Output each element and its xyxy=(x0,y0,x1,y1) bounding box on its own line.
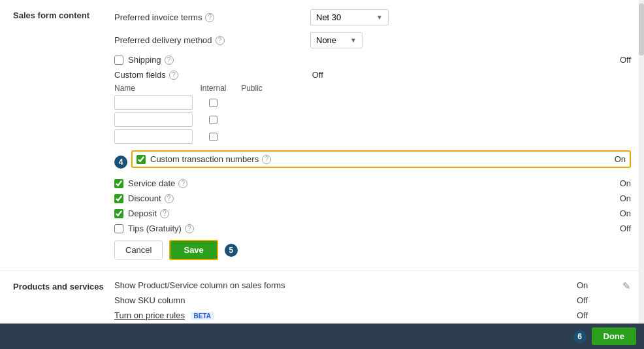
main-content: Sales form content Preferred invoice ter… xyxy=(0,0,644,349)
custom-fields-status: Off xyxy=(312,70,323,80)
service-date-status: On xyxy=(620,178,631,188)
shipping-label: Shipping xyxy=(128,55,161,65)
show-product-service-value: On xyxy=(577,280,616,290)
deposit-info-icon[interactable]: ? xyxy=(160,209,169,218)
price-rules-value: Off xyxy=(577,310,616,320)
custom-field-row-3 xyxy=(114,129,631,144)
custom-transaction-numbers-checkbox[interactable] xyxy=(137,155,146,164)
products-edit-icon[interactable]: ✎ xyxy=(622,280,631,324)
custom-transaction-numbers-wrapper: 4 Custom transaction numbers ? On xyxy=(114,150,631,173)
fields-name-header: Name xyxy=(114,84,193,93)
dropdown-arrow-icon2: ▼ xyxy=(350,37,357,44)
sales-form-content-label: Sales form content xyxy=(13,9,114,267)
shipping-info-icon[interactable]: ? xyxy=(165,56,174,65)
sales-form-content-section: Sales form content Preferred invoice ter… xyxy=(0,0,644,271)
shipping-status: Off xyxy=(620,55,631,65)
done-button[interactable]: Done xyxy=(592,327,637,345)
deposit-label: Deposit xyxy=(128,208,157,218)
custom-fields-info-icon[interactable]: ? xyxy=(169,71,178,80)
scrollbar[interactable] xyxy=(639,0,644,324)
custom-field-row-1 xyxy=(114,95,631,110)
price-rules-label: Turn on price rules xyxy=(114,310,185,320)
price-rules-row: Turn on price rules BETA Off xyxy=(114,310,616,320)
custom-field-internal-2[interactable] xyxy=(209,116,217,124)
custom-field-internal-1[interactable] xyxy=(209,99,217,107)
service-date-row: Service date ? On xyxy=(114,178,631,188)
form-buttons-row: Cancel Save 5 xyxy=(114,240,631,260)
discount-info-icon[interactable]: ? xyxy=(165,194,174,203)
scrollbar-thumb xyxy=(639,3,644,56)
discount-status: On xyxy=(620,193,631,203)
show-product-service-label: Show Product/Service column on sales for… xyxy=(114,280,577,290)
deposit-row: Deposit ? On xyxy=(114,208,631,218)
fields-header-row: Name Internal Public xyxy=(114,84,631,93)
fields-public-header: Public xyxy=(234,84,270,93)
discount-checkbox[interactable] xyxy=(114,194,123,203)
step-badge-5: 5 xyxy=(225,244,238,257)
preferred-delivery-method-info-icon[interactable]: ? xyxy=(216,36,225,45)
show-sku-value: Off xyxy=(577,295,616,305)
discount-label: Discount xyxy=(128,193,161,203)
products-and-services-section: Products and services Show Product/Servi… xyxy=(0,271,644,324)
custom-field-internal-3[interactable] xyxy=(209,133,217,141)
cancel-button[interactable]: Cancel xyxy=(114,241,163,259)
custom-fields-grid: Name Internal Public xyxy=(114,84,631,144)
tips-gratuity-row: Tips (Gratuity) ? Off xyxy=(114,224,631,233)
bottom-bar: 6 Done xyxy=(0,324,644,349)
shipping-row: Shipping ? Off xyxy=(114,55,631,65)
shipping-checkbox[interactable] xyxy=(114,56,123,65)
sales-form-content-body: Preferred invoice terms ? Net 30 ▼ Prefe… xyxy=(114,9,631,267)
custom-fields-label: Custom fields xyxy=(114,70,166,80)
deposit-status: On xyxy=(620,208,631,218)
step-badge-6: 6 xyxy=(573,330,587,343)
preferred-invoice-terms-info-icon[interactable]: ? xyxy=(205,13,214,22)
service-date-checkbox[interactable] xyxy=(114,179,123,188)
preferred-invoice-terms-value: Net 30 xyxy=(316,12,341,22)
service-date-label: Service date xyxy=(128,178,175,188)
show-sku-row: Show SKU column Off xyxy=(114,295,616,305)
preferred-invoice-terms-row: Preferred invoice terms ? Net 30 ▼ xyxy=(114,9,631,25)
custom-field-input-2[interactable] xyxy=(114,112,193,127)
show-sku-label: Show SKU column xyxy=(114,295,577,305)
custom-fields-section: Custom fields ? Off Name Internal Public xyxy=(114,70,631,144)
preferred-delivery-method-label: Preferred delivery method xyxy=(114,35,212,45)
show-product-service-row: Show Product/Service column on sales for… xyxy=(114,280,616,290)
custom-transaction-numbers-label: Custom transaction numbers xyxy=(150,154,259,164)
preferred-invoice-terms-label: Preferred invoice terms xyxy=(114,12,202,22)
save-button[interactable]: Save xyxy=(169,240,217,260)
custom-field-input-3[interactable] xyxy=(114,129,193,144)
tips-gratuity-checkbox[interactable] xyxy=(114,224,123,233)
custom-transaction-numbers-info-icon[interactable]: ? xyxy=(262,155,271,164)
tips-gratuity-info-icon[interactable]: ? xyxy=(185,224,194,233)
products-and-services-body: Show Product/Service column on sales for… xyxy=(114,280,616,324)
settings-area: Sales form content Preferred invoice ter… xyxy=(0,0,644,324)
dropdown-arrow-icon: ▼ xyxy=(376,14,383,21)
custom-transaction-numbers-row: Custom transaction numbers ? On xyxy=(131,150,631,168)
preferred-delivery-method-dropdown[interactable]: None ▼ xyxy=(310,32,362,48)
preferred-delivery-method-value: None xyxy=(316,35,336,45)
tips-gratuity-label: Tips (Gratuity) xyxy=(128,224,182,233)
tips-gratuity-status: Off xyxy=(620,224,631,233)
preferred-delivery-method-row: Preferred delivery method ? None ▼ xyxy=(114,32,631,48)
price-rules-beta-badge: BETA xyxy=(191,312,214,320)
discount-row: Discount ? On xyxy=(114,193,631,203)
fields-internal-header: Internal xyxy=(195,84,231,93)
preferred-invoice-terms-dropdown[interactable]: Net 30 ▼ xyxy=(310,9,389,25)
service-date-info-icon[interactable]: ? xyxy=(178,179,187,188)
products-and-services-label: Products and services xyxy=(13,280,114,324)
deposit-checkbox[interactable] xyxy=(114,209,123,218)
custom-transaction-numbers-status: On xyxy=(615,154,626,164)
step-badge-4: 4 xyxy=(114,156,127,169)
custom-field-input-1[interactable] xyxy=(114,95,193,110)
custom-field-row-2 xyxy=(114,112,631,127)
